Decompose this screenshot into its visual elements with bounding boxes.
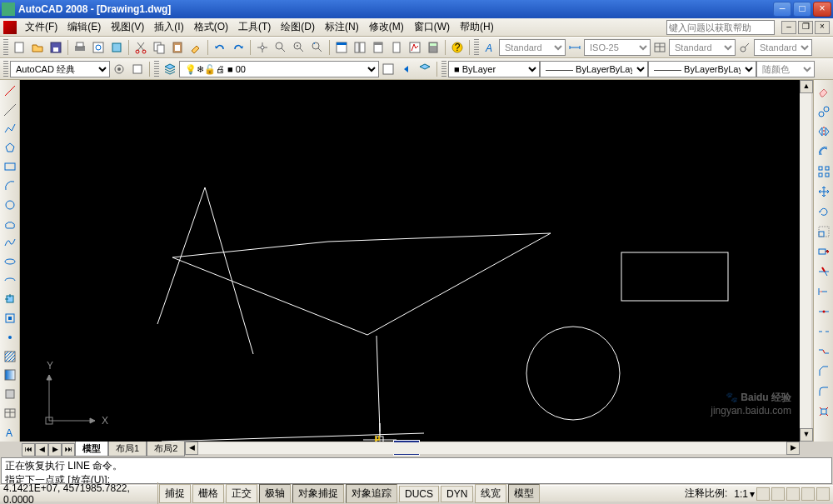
circle-tool[interactable] [1,196,19,213]
plotstyle-combo[interactable]: 随颜色 [756,61,815,77]
workspace-settings-button[interactable] [110,60,128,78]
mode-snap[interactable]: 捕捉 [159,484,191,503]
fillet-tool[interactable] [815,382,833,401]
quickcalc-button[interactable] [424,38,442,57]
textstyle-combo[interactable]: Standard [499,39,566,56]
open-button[interactable] [28,38,47,57]
mode-dyn[interactable]: DYN [441,486,473,502]
help-button[interactable]: ? [448,38,466,57]
mode-ortho[interactable]: 正交 [226,484,257,503]
toolbar-grip[interactable] [474,39,479,56]
menu-format[interactable]: 格式(O) [189,18,233,36]
status-lock-button[interactable] [786,487,800,501]
scroll-left-button[interactable]: ◀ [185,442,198,455]
publish-button[interactable] [107,38,126,57]
scale-tool[interactable] [815,222,833,241]
menu-modify[interactable]: 修改(M) [364,18,409,36]
doc-minimize-button[interactable]: – [781,21,796,34]
tab-layout1[interactable]: 布局1 [108,442,147,457]
polyline-tool[interactable] [1,120,19,137]
mode-ducs[interactable]: DUCS [399,486,439,502]
rectangle-tool[interactable] [1,158,19,176]
scroll-right-button[interactable]: ▶ [786,442,800,455]
copy-tool[interactable] [815,102,833,121]
layer-manager-button[interactable] [161,60,179,78]
plot-preview-button[interactable] [89,38,107,57]
trim-tool[interactable] [815,262,833,281]
mode-polar[interactable]: 极轴 [259,484,291,503]
tab-nav-first[interactable]: ⏮ [22,443,35,457]
ellipse-tool[interactable] [1,253,19,271]
minimize-button[interactable]: – [773,2,791,17]
mleaderstyle-button[interactable] [736,38,754,57]
save-button[interactable] [47,38,65,57]
anno-autoscale-button[interactable] [771,487,785,501]
menu-help[interactable]: 帮助(H) [455,18,499,36]
layer-previous-button[interactable] [397,60,416,78]
mleaderstyle-combo[interactable]: Standard [754,39,812,56]
mirror-tool[interactable] [815,122,833,141]
cut-button[interactable] [132,38,150,57]
toolbar-grip[interactable] [3,39,8,56]
markup-button[interactable] [406,38,424,57]
scroll-down-button[interactable]: ▼ [800,428,813,442]
point-tool[interactable] [1,329,19,347]
toolbar-grip[interactable] [154,61,159,77]
drawing-canvas[interactable]: X Y 垂足 🐾 Baidu 经验 jingyan.baidu.com [20,80,800,442]
hatch-tool[interactable] [1,347,19,365]
doc-restore-button[interactable]: ❐ [798,21,813,34]
color-combo[interactable]: ■ ByLayer [448,61,540,77]
menu-edit[interactable]: 编辑(E) [62,18,106,36]
design-center-button[interactable] [351,38,369,57]
move-tool[interactable] [815,182,833,201]
tool-palettes-button[interactable] [369,38,387,57]
mode-otrack[interactable]: 对象追踪 [346,484,397,503]
linetype-combo[interactable]: ——— ByLayerByLayer [540,61,648,77]
scroll-h-track[interactable] [198,442,786,454]
vertical-scrollbar[interactable]: ▲ ▼ [800,80,813,442]
sheetset-button[interactable] [387,38,406,57]
menu-window[interactable]: 窗口(W) [409,18,455,36]
menu-view[interactable]: 视图(V) [106,18,149,36]
table-tool[interactable] [1,404,19,422]
command-line[interactable]: 正在恢复执行 LINE 命令。 指定下一点或 [放弃(U)]: [1,457,832,484]
chamfer-tool[interactable] [815,362,833,381]
scroll-v-track[interactable] [800,93,811,428]
xline-tool[interactable] [1,102,19,119]
textstyle-button[interactable]: A [481,38,499,57]
line-tool[interactable] [1,82,19,100]
region-tool[interactable] [1,386,19,403]
menu-insert[interactable]: 插入(I) [149,18,188,36]
mode-grid[interactable]: 栅格 [192,484,224,503]
paste-button[interactable] [168,38,187,57]
workspace-combo[interactable]: AutoCAD 经典 [10,61,110,77]
stretch-tool[interactable] [815,242,833,261]
layer-match-button[interactable] [416,60,434,78]
scroll-up-button[interactable]: ▲ [800,80,813,93]
dimstyle-combo[interactable]: ISO-25 [584,39,651,56]
status-tray-button[interactable] [801,487,815,501]
maximize-button[interactable]: □ [793,2,811,17]
zoom-previous-button[interactable] [308,38,327,57]
explode-tool[interactable] [815,402,833,421]
gradient-tool[interactable] [1,367,19,384]
layer-combo[interactable]: 💡❄🔓🖨 ■ 00 [179,61,379,77]
anno-scale-value[interactable]: 1:1 [734,488,748,500]
layer-states-button[interactable] [379,60,397,78]
arc-tool[interactable] [1,177,19,195]
horizontal-scrollbar[interactable]: ◀ ▶ [185,442,800,455]
status-coords[interactable]: 4.1421E+07, 4571985.7822, 0.0000 [0,482,158,505]
break-tool[interactable] [815,322,833,341]
mode-osnap[interactable]: 对象捕捉 [292,484,344,503]
dimstyle-button[interactable] [566,38,584,57]
polygon-tool[interactable] [1,139,19,157]
insert-block-tool[interactable] [1,291,19,308]
menu-tools[interactable]: 工具(T) [233,18,276,36]
tab-nav-prev[interactable]: ◀ [35,443,48,457]
tablestyle-button[interactable] [651,38,669,57]
toolbar-grip[interactable] [3,61,8,77]
anno-visibility-button[interactable] [756,487,770,501]
menu-draw[interactable]: 绘图(D) [276,18,320,36]
new-button[interactable] [10,38,28,57]
make-block-tool[interactable] [1,310,19,327]
